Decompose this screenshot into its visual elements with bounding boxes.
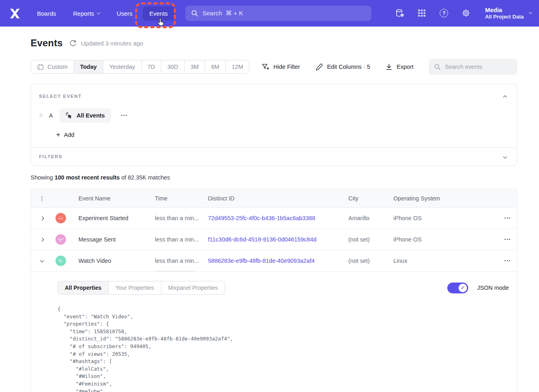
table-row: Message Sent less than a min... f11c30d6… (31, 229, 517, 250)
event-avatar (56, 213, 66, 223)
global-search (185, 6, 371, 21)
settings-gear-icon[interactable] (461, 8, 471, 18)
select-event-section: SELECT EVENT ⠿ A All Events ••• + Add (31, 84, 517, 147)
city-cell: Amarillo (342, 215, 387, 221)
chevron-right-icon (40, 237, 44, 241)
results-summary: Showing 100 most recent results of 82.35… (31, 174, 517, 181)
help-icon[interactable]: ? (439, 8, 449, 18)
row-menu-button[interactable]: ••• (471, 216, 511, 220)
nav-item-events[interactable]: Events (143, 6, 174, 21)
controls-row: Custom Today Yesterday 7D 30D 3M 6M 12M … (31, 59, 517, 75)
column-header-time[interactable]: Time (148, 195, 202, 202)
date-option-12m[interactable]: 12M (225, 60, 249, 73)
os-cell: Linux (387, 258, 471, 264)
filter-funnel-icon (261, 63, 270, 71)
navbar-utilities: ? Media All Project Data (395, 6, 532, 21)
date-option-6m[interactable]: 6M (205, 60, 225, 73)
project-switcher[interactable]: Media All Project Data (485, 6, 532, 21)
date-option-7d[interactable]: 7D (141, 60, 161, 73)
step-letter: A (48, 112, 54, 119)
collapse-section-button[interactable] (502, 91, 508, 101)
os-cell: iPhone OS (387, 215, 471, 221)
date-option-30d[interactable]: 30D (161, 60, 184, 73)
properties-tabs: All Properties Your Properties Mixpanel … (58, 281, 225, 295)
table-row: Watch Video less than a min... 5886283e-… (31, 250, 517, 272)
tab-your-properties[interactable]: Your Properties (108, 281, 161, 294)
time-cell: less than a min... (148, 208, 202, 229)
json-mode-label: JSON mode (477, 285, 509, 291)
hide-filter-button[interactable]: Hide Filter (261, 63, 300, 71)
data-management-icon[interactable] (395, 8, 405, 18)
expand-row-button[interactable] (31, 217, 49, 220)
page-header: Events Updated 3 minutes ago (31, 37, 517, 49)
search-events (429, 59, 517, 75)
events-table: ↓ ↑ Event Name Time Distinct ID City Ope… (31, 189, 517, 392)
filters-section: FILTERS (31, 148, 517, 165)
sort-asc-icon: ↑ (41, 198, 43, 202)
global-search-input[interactable] (185, 6, 371, 21)
json-viewer: { "event": "Watch Video", "properties": … (58, 305, 509, 392)
event-selector-button[interactable]: All Events (60, 108, 111, 123)
expand-filters-button[interactable] (502, 151, 508, 162)
page-title: Events (31, 37, 63, 49)
distinct-id-link[interactable]: f11c30d6-dc6d-4518-9136-0d046159c84d (208, 236, 317, 243)
calendar-icon (37, 64, 44, 70)
column-header-os[interactable]: Operating System (387, 195, 471, 202)
collapse-row-button[interactable] (31, 260, 49, 262)
time-cell: less than a min... (148, 229, 202, 250)
project-name: Media (485, 6, 524, 14)
top-navbar: Boards Reports Users Events (0, 0, 539, 27)
refresh-icon[interactable] (69, 39, 77, 47)
check-icon: ✓ (461, 285, 465, 291)
chevron-up-icon (503, 95, 507, 99)
chevron-down-icon (97, 11, 100, 14)
plus-icon: + (56, 131, 60, 138)
table-header: ↓ ↑ Event Name Time Distinct ID City Ope… (31, 189, 517, 208)
row-menu-button[interactable]: ••• (471, 259, 511, 263)
chevron-right-icon (40, 216, 44, 220)
row-menu-button[interactable]: ••• (471, 237, 511, 241)
table-row: Experiment Started less than a min... 72… (31, 208, 517, 229)
distinct-id-link[interactable]: 5886283e-e9fb-48fb-81de-40e9093a2af4 (208, 258, 315, 264)
expand-row-button[interactable] (31, 238, 49, 241)
date-option-3m[interactable]: 3M (184, 60, 205, 73)
download-icon (385, 63, 393, 70)
project-scope: All Project Data (485, 14, 524, 21)
column-header-city[interactable]: City (342, 195, 387, 202)
updated-timestamp: Updated 3 minutes ago (81, 40, 143, 47)
date-option-today[interactable]: Today (74, 60, 103, 73)
search-icon (434, 64, 441, 70)
date-range-picker: Custom Today Yesterday 7D 30D 3M 6M 12M (31, 60, 249, 74)
distinct-id-link[interactable]: 72d49553-25fc-4f0c-b436-1b5ac6ab3388 (208, 215, 315, 221)
nav-item-reports[interactable]: Reports (67, 6, 107, 21)
pencil-icon (315, 63, 323, 71)
drag-handle-icon[interactable]: ⠿ (39, 113, 43, 118)
time-cell: less than a min... (148, 250, 202, 271)
date-option-yesterday[interactable]: Yesterday (103, 60, 141, 73)
event-avatar (56, 256, 66, 266)
event-step-row: ⠿ A All Events ••• (39, 108, 508, 123)
sort-toggle[interactable]: ↓ ↑ (31, 195, 49, 202)
add-event-button[interactable]: + Add (56, 131, 508, 138)
tab-all-properties[interactable]: All Properties (58, 281, 108, 294)
json-mode-toggle[interactable]: ✓ (447, 283, 468, 293)
chevron-down-icon (503, 155, 507, 159)
face-glyph (58, 215, 64, 221)
column-header-distinct-id[interactable]: Distinct ID (202, 195, 342, 202)
export-button[interactable]: Export (385, 63, 414, 70)
edit-columns-button[interactable]: Edit Columns · 5 (315, 63, 370, 71)
event-options-menu[interactable]: ••• (121, 113, 128, 118)
chevron-down-icon (529, 10, 532, 14)
nav-item-users[interactable]: Users (110, 6, 139, 21)
date-option-custom[interactable]: Custom (31, 60, 74, 73)
mixpanel-logo-icon[interactable] (8, 6, 22, 20)
filters-label: FILTERS (39, 154, 62, 159)
search-events-input[interactable] (429, 59, 517, 75)
nav-item-boards[interactable]: Boards (31, 6, 63, 21)
apps-grid-icon[interactable] (417, 8, 427, 18)
tab-mixpanel-properties[interactable]: Mixpanel Properties (161, 281, 225, 294)
column-header-event-name[interactable]: Event Name (72, 195, 148, 202)
os-cell: iPhone OS (387, 236, 471, 243)
main-content: Events Updated 3 minutes ago Custom Tod (31, 37, 517, 392)
event-name-cell: Experiment Started (72, 215, 148, 221)
